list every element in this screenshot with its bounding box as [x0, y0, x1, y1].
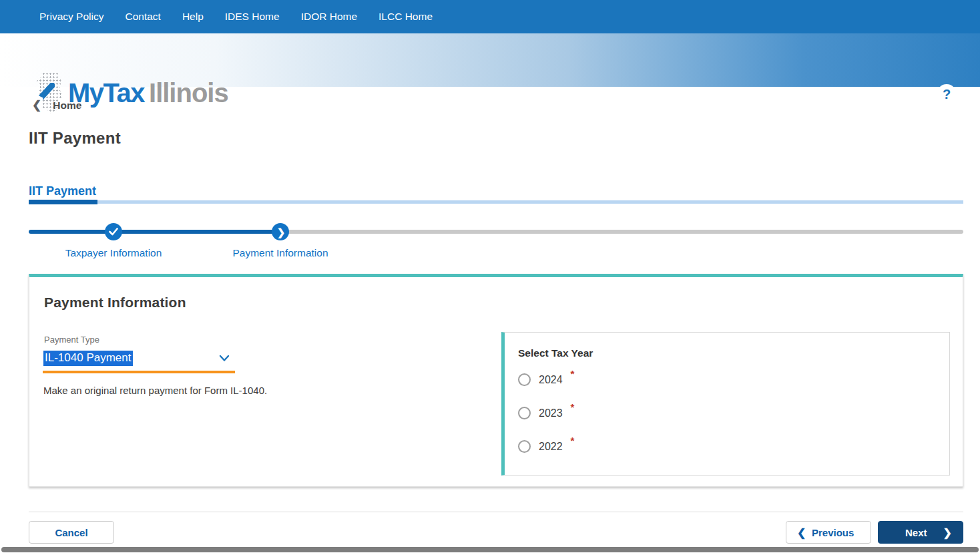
check-icon — [109, 228, 118, 236]
required-asterisk: * — [571, 368, 575, 379]
select-tax-year-box: Select Tax Year 2024 * 2023 * 2022 * — [501, 332, 950, 476]
radio-label-2023: 2023 — [539, 407, 563, 419]
payment-type-description: Make an original return payment for Form… — [43, 385, 267, 396]
radio-label-2022: 2022 — [539, 441, 563, 453]
nav-privacy-policy[interactable]: Privacy Policy — [39, 11, 103, 23]
radio-label-2024: 2024 — [539, 374, 563, 386]
nav-help[interactable]: Help — [182, 11, 204, 23]
panel-heading: Payment Information — [44, 295, 186, 311]
payment-type-selected-value: IL-1040 Payment — [43, 351, 133, 366]
stepper-progress-line — [29, 230, 280, 234]
tab-iit-payment[interactable]: IIT Payment — [29, 184, 96, 198]
radio-2022[interactable] — [518, 440, 531, 453]
footer-divider — [29, 512, 963, 512]
chevron-left-icon: ❮ — [797, 526, 806, 539]
radio-2024[interactable] — [518, 373, 531, 386]
payment-information-panel: Payment Information Payment Type IL-1040… — [29, 274, 963, 487]
site-header: MyTax Illinois ? — [0, 33, 980, 87]
chevron-right-icon: ❯ — [943, 526, 952, 539]
next-button[interactable]: Next ❯ — [878, 521, 963, 544]
page-title: IIT Payment — [29, 129, 121, 148]
radio-2023[interactable] — [518, 407, 531, 419]
payment-type-select[interactable]: IL-1040 Payment — [43, 349, 235, 373]
stepper-remaining-line — [280, 230, 963, 234]
select-tax-year-heading: Select Tax Year — [518, 347, 593, 359]
breadcrumb[interactable]: ❮ Home — [32, 98, 81, 112]
radio-row-2024[interactable]: 2024 * — [518, 373, 574, 386]
required-asterisk: * — [571, 435, 575, 446]
tab-active-indicator — [29, 200, 97, 204]
radio-row-2022[interactable]: 2022 * — [518, 440, 574, 453]
logo-text-illinois: Illinois — [149, 78, 228, 108]
breadcrumb-home-label: Home — [53, 100, 81, 112]
nav-contact[interactable]: Contact — [125, 11, 160, 23]
payment-type-label: Payment Type — [44, 335, 99, 345]
step-label-taxpayer-information: Taxpayer Information — [33, 247, 194, 259]
cancel-button[interactable]: Cancel — [29, 521, 114, 544]
step-label-payment-information: Payment Information — [200, 247, 360, 259]
step-payment-information-circle[interactable]: ❯ — [272, 223, 289, 240]
nav-ides-home[interactable]: IDES Home — [225, 11, 280, 23]
tab-track — [29, 200, 963, 204]
required-asterisk: * — [571, 401, 575, 413]
top-navigation: Privacy Policy Contact Help IDES Home ID… — [0, 0, 980, 33]
horizontal-scrollbar[interactable] — [1, 547, 979, 552]
chevron-right-icon: ❯ — [277, 227, 286, 237]
previous-button-label: Previous — [812, 527, 854, 538]
step-taxpayer-information-circle[interactable] — [105, 223, 122, 240]
radio-row-2023[interactable]: 2023 * — [518, 407, 574, 419]
nav-idor-home[interactable]: IDOR Home — [301, 11, 357, 23]
previous-button[interactable]: ❮ Previous — [786, 521, 871, 544]
nav-ilcc-home[interactable]: ILCC Home — [379, 11, 433, 23]
help-icon[interactable]: ? — [937, 84, 957, 104]
next-button-label: Next — [905, 527, 927, 538]
chevron-left-icon: ❮ — [32, 98, 41, 112]
chevron-down-icon — [219, 355, 230, 362]
page: Privacy Policy Contact Help IDES Home ID… — [0, 0, 980, 553]
